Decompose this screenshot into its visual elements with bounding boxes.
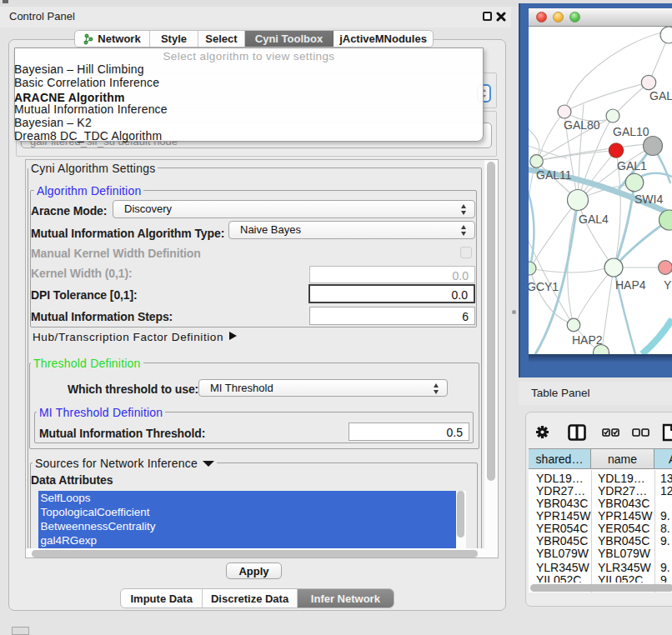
- svg-text:HAP4: HAP4: [615, 278, 646, 292]
- svg-text:Y: Y: [664, 278, 672, 292]
- svg-text:GAL1: GAL1: [617, 159, 647, 172]
- svg-text:GAL80: GAL80: [564, 118, 600, 132]
- svg-text:SWI4: SWI4: [634, 192, 663, 206]
- svg-text:GAL11: GAL11: [536, 168, 572, 182]
- svg-text:GAL10: GAL10: [613, 125, 649, 138]
- svg-text:GAL4: GAL4: [579, 212, 609, 226]
- svg-text:HAP2: HAP2: [572, 333, 603, 347]
- svg-text:GAL: GAL: [649, 89, 672, 102]
- svg-text:GCY1: GCY1: [529, 280, 559, 293]
